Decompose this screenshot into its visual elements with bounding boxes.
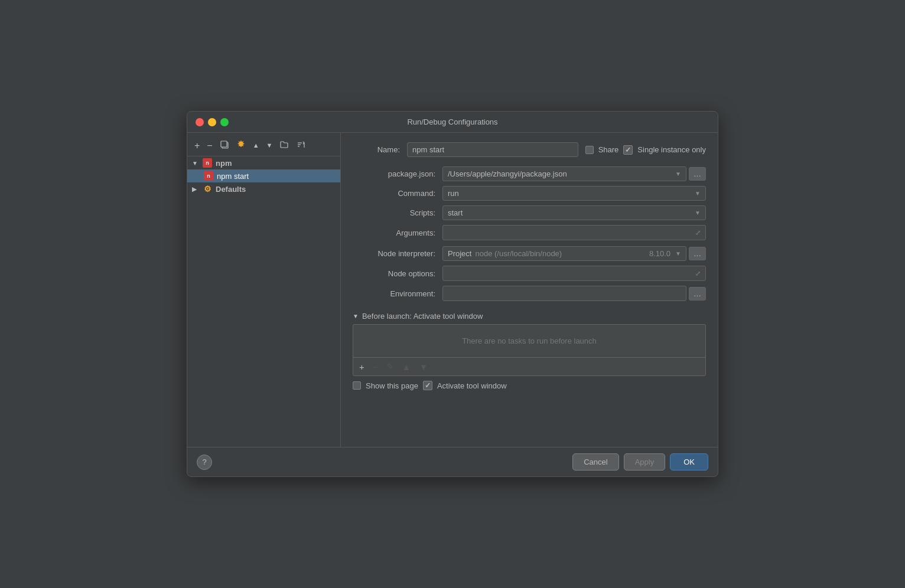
scripts-dropdown[interactable]: start ▼ [442, 205, 706, 220]
tree-item-npm-start[interactable]: n npm start [187, 169, 340, 182]
sidebar: + − ▲ ▼ [187, 133, 341, 447]
maximize-button[interactable] [220, 118, 229, 126]
help-button[interactable]: ? [197, 455, 212, 470]
arguments-input[interactable]: ⤢ [442, 225, 706, 240]
move-up-button[interactable]: ▲ [250, 141, 262, 150]
apply-button[interactable]: Apply [624, 453, 666, 471]
ok-button[interactable]: OK [670, 453, 708, 471]
before-launch-header[interactable]: ▼ Before launch: Activate tool window [353, 312, 706, 321]
no-tasks-text: There are no tasks to run before launch [462, 337, 597, 345]
scripts-label: Scripts: [353, 208, 435, 217]
before-launch-section: ▼ Before launch: Activate tool window Th… [353, 312, 706, 376]
show-page-checkbox[interactable] [353, 381, 361, 390]
node-interpreter-label: Node interpreter: [353, 249, 435, 258]
node-interpreter-dropdown[interactable]: Project node (/usr/local/bin/node) 8.10.… [442, 246, 686, 261]
name-input[interactable] [407, 142, 578, 157]
command-value: run [448, 189, 459, 198]
settings-button[interactable] [234, 139, 248, 152]
npm-parent-icon: n [203, 158, 212, 168]
before-launch-label: Before launch: Activate tool window [362, 312, 483, 321]
divider-spacer-2 [353, 301, 706, 307]
title-bar: Run/Debug Configurations [187, 112, 718, 133]
defaults-gear-icon: ⚙ [203, 184, 212, 194]
single-instance-label: Single instance only [637, 145, 706, 154]
command-label: Command: [353, 189, 435, 198]
expand-arrow-defaults: ▶ [192, 186, 199, 192]
node-options-expand-icon: ⤢ [695, 270, 701, 277]
divider-spacer-1 [353, 240, 706, 246]
tree-item-npm[interactable]: ▼ n npm [187, 156, 340, 169]
share-label: Share [598, 145, 619, 154]
node-interpreter-arrow-icon: ▼ [675, 250, 681, 257]
scripts-row: start ▼ [442, 205, 706, 220]
environment-row: … [442, 286, 706, 301]
footer-left: ? [197, 455, 212, 470]
name-row: Name: Share Single instance only [353, 142, 706, 157]
package-json-value: /Users/apple/zhangyi/package.json [448, 169, 567, 178]
close-button[interactable] [196, 118, 204, 126]
sidebar-toolbar: + − ▲ ▼ [187, 136, 340, 156]
scripts-value: start [448, 208, 463, 217]
share-checkbox[interactable] [585, 146, 594, 154]
move-down-button[interactable]: ▼ [264, 141, 275, 150]
before-launch-edit-button[interactable]: ✎ [384, 360, 396, 373]
package-json-label: package.json: [353, 169, 435, 178]
node-options-label: Node options: [353, 269, 435, 278]
name-label: Name: [353, 145, 400, 154]
window-buttons [196, 118, 229, 126]
package-json-arrow-icon: ▼ [675, 171, 681, 177]
footer: ? Cancel Apply OK [187, 447, 718, 476]
arguments-row: ⤢ [442, 225, 706, 240]
before-launch-arrow-icon: ▼ [353, 313, 359, 319]
minimize-button[interactable] [208, 118, 216, 126]
arguments-expand-icon: ⤢ [695, 229, 701, 237]
dialog-title: Run/Debug Configurations [407, 117, 497, 126]
before-launch-up-button[interactable]: ▲ [400, 360, 414, 373]
node-options-input[interactable]: ⤢ [442, 266, 706, 281]
before-launch-toolbar: + − ✎ ▲ ▼ [353, 357, 705, 375]
environment-ellipsis-button[interactable]: … [689, 287, 706, 300]
npm-start-icon: n [204, 171, 213, 181]
tree-item-npm-label: npm [216, 159, 232, 168]
activate-tool-window-checkbox[interactable] [423, 381, 432, 390]
remove-config-button[interactable]: − [204, 140, 214, 152]
before-launch-remove-button[interactable]: − [370, 360, 380, 373]
content-area: + − ▲ ▼ [187, 133, 718, 447]
node-path-text: node (/usr/local/bin/node) [475, 249, 562, 258]
folder-button[interactable] [277, 139, 291, 152]
node-interpreter-ellipsis-button[interactable]: … [689, 247, 706, 260]
tree-item-defaults-label: Defaults [216, 185, 246, 194]
before-launch-body: There are no tasks to run before launch … [353, 324, 706, 376]
before-launch-add-button[interactable]: + [357, 360, 367, 373]
show-page-row: Show this page Activate tool window [353, 381, 706, 390]
node-form-grid: Node interpreter: Project node (/usr/loc… [353, 246, 706, 301]
share-area: Share Single instance only [585, 145, 706, 155]
run-debug-dialog: Run/Debug Configurations + − [187, 111, 718, 477]
node-interpreter-row: Project node (/usr/local/bin/node) 8.10.… [442, 246, 706, 261]
package-json-row: /Users/apple/zhangyi/package.json ▼ … [442, 166, 706, 181]
scripts-arrow-icon: ▼ [695, 210, 701, 216]
package-json-dropdown[interactable]: /Users/apple/zhangyi/package.json ▼ [442, 166, 686, 181]
single-instance-checkbox[interactable] [623, 145, 633, 155]
environment-input[interactable] [442, 286, 686, 301]
svg-rect-1 [221, 141, 227, 147]
command-dropdown[interactable]: run ▼ [442, 186, 706, 201]
arguments-label: Arguments: [353, 228, 435, 237]
show-page-label: Show this page [366, 381, 418, 390]
expand-arrow-npm: ▼ [192, 160, 199, 166]
copy-config-button[interactable] [217, 139, 232, 152]
node-project-text: Project [448, 249, 471, 258]
node-version-text: 8.10.0 [649, 249, 670, 258]
command-arrow-icon: ▼ [695, 190, 701, 197]
tree-item-defaults[interactable]: ▶ ⚙ Defaults [187, 182, 340, 195]
sort-button[interactable] [294, 139, 308, 152]
before-launch-down-button[interactable]: ▼ [416, 360, 430, 373]
node-options-row: ⤢ [442, 266, 706, 281]
activate-tool-window-label: Activate tool window [437, 381, 507, 390]
command-row: run ▼ [442, 186, 706, 201]
form-grid: package.json: /Users/apple/zhangyi/packa… [353, 166, 706, 240]
package-json-ellipsis-button[interactable]: … [689, 167, 706, 181]
add-config-button[interactable]: + [192, 140, 202, 152]
cancel-button[interactable]: Cancel [572, 453, 618, 471]
tree-item-npm-start-label: npm start [217, 172, 249, 181]
